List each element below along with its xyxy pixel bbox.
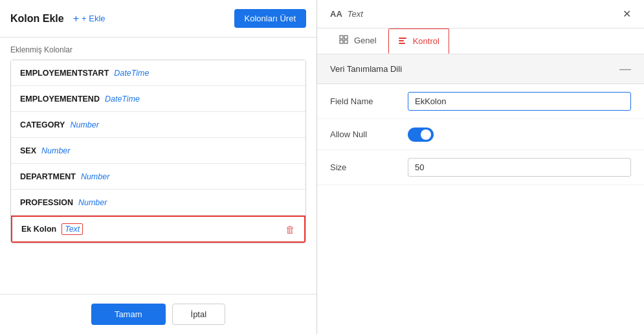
column-name: SEX: [20, 146, 36, 155]
allow-null-row: Allow Null: [317, 119, 644, 150]
left-header: Kolon Ekle + + Ekle Kolonları Üret: [0, 0, 316, 38]
allow-null-value: [408, 128, 631, 142]
tab-genel-label: Genel: [354, 36, 377, 45]
column-item-left: CATEGORY Number: [20, 120, 99, 129]
column-item-left: EMPLOYEMENTEND DateTime: [20, 95, 140, 104]
kontrol-tab-icon: [398, 36, 407, 47]
allow-null-label: Allow Null: [330, 129, 408, 139]
size-value: [408, 158, 631, 177]
aa-label: AA: [330, 9, 342, 19]
size-row: Size: [317, 150, 644, 185]
tab-kontrol-label: Kontrol: [413, 36, 439, 46]
column-type: Number: [81, 172, 109, 181]
close-icon[interactable]: ✕: [623, 8, 631, 20]
panel-title: Kolon Ekle: [10, 13, 64, 25]
toggle-slider: [408, 128, 434, 142]
right-content: Veri Tanımlama Dili — Field Name Allow N…: [317, 54, 644, 334]
column-item-left: PROFESSION Number: [20, 198, 107, 207]
field-name-row: Field Name: [317, 84, 644, 119]
add-button-label: + Ekle: [82, 14, 105, 23]
add-button[interactable]: + + Ekle: [73, 13, 105, 25]
column-type: Number: [70, 120, 98, 129]
right-header-left: AA Text: [330, 9, 363, 19]
iptal-button[interactable]: İptal: [172, 304, 226, 325]
left-header-left: Kolon Ekle + + Ekle: [10, 13, 105, 25]
column-type-selected: Text: [61, 223, 83, 235]
column-type: DateTime: [105, 95, 140, 104]
column-name: PROFESSION: [20, 198, 73, 207]
column-name: CATEGORY: [20, 120, 65, 129]
column-type: Number: [41, 146, 70, 155]
right-panel: AA Text ✕ Genel: [317, 0, 644, 334]
table-row-selected[interactable]: Ek Kolon Text 🗑: [11, 216, 305, 243]
right-header: AA Text ✕: [317, 0, 644, 28]
svg-rect-5: [399, 40, 404, 41]
column-item-left: DEPARTMENT Number: [20, 172, 109, 181]
section-header: Veri Tanımlama Dili —: [317, 54, 644, 84]
left-footer: Tamam İptal: [0, 294, 316, 334]
column-type: Number: [78, 198, 107, 207]
field-name-label: Field Name: [330, 96, 408, 106]
svg-rect-4: [399, 38, 406, 39]
tab-kontrol[interactable]: Kontrol: [388, 28, 449, 54]
column-list: EMPLOYEMENTSTART DateTime EMPLOYEMENTEND…: [10, 60, 306, 243]
svg-rect-6: [399, 43, 405, 44]
svg-rect-3: [344, 40, 348, 43]
table-row[interactable]: CATEGORY Number: [11, 112, 305, 138]
column-name: EMPLOYEMENTSTART: [20, 69, 109, 78]
tab-genel[interactable]: Genel: [330, 28, 386, 54]
column-item-left: SEX Number: [20, 146, 70, 155]
section-title: Veri Tanımlama Dili: [330, 64, 402, 74]
column-name: Ek Kolon: [21, 225, 56, 234]
column-item-left: EMPLOYEMENTSTART DateTime: [20, 69, 149, 78]
size-label: Size: [330, 162, 408, 172]
column-item-left: Ek Kolon Text: [21, 223, 83, 235]
delete-icon[interactable]: 🗑: [285, 224, 295, 235]
field-name-value: [408, 92, 631, 111]
table-row[interactable]: EMPLOYEMENTSTART DateTime: [11, 60, 305, 86]
table-row[interactable]: SEX Number: [11, 138, 305, 164]
plus-icon: +: [73, 13, 79, 25]
generate-button[interactable]: Kolonları Üret: [234, 9, 306, 28]
allow-null-toggle[interactable]: [408, 128, 434, 142]
section-label: Eklenmiş Kolonlar: [10, 45, 306, 54]
genel-tab-icon: [339, 35, 348, 46]
tabs-bar: Genel Kontrol: [317, 28, 644, 54]
left-panel: Kolon Ekle + + Ekle Kolonları Üret Eklen…: [0, 0, 317, 334]
column-name: DEPARTMENT: [20, 172, 76, 181]
table-row[interactable]: EMPLOYEMENTEND DateTime: [11, 86, 305, 112]
size-input[interactable]: [408, 158, 631, 177]
field-name-input[interactable]: [408, 92, 631, 111]
tamam-button[interactable]: Tamam: [91, 304, 166, 325]
svg-rect-0: [340, 36, 343, 39]
svg-rect-2: [340, 40, 343, 43]
column-name: EMPLOYEMENTEND: [20, 95, 100, 104]
column-type: DateTime: [114, 69, 149, 78]
right-panel-title: Text: [348, 9, 363, 19]
table-row[interactable]: DEPARTMENT Number: [11, 164, 305, 190]
section-collapse-icon[interactable]: —: [619, 62, 631, 76]
left-content: Eklenmiş Kolonlar EMPLOYEMENTSTART DateT…: [0, 38, 316, 294]
svg-rect-1: [344, 36, 348, 39]
table-row[interactable]: PROFESSION Number: [11, 190, 305, 216]
